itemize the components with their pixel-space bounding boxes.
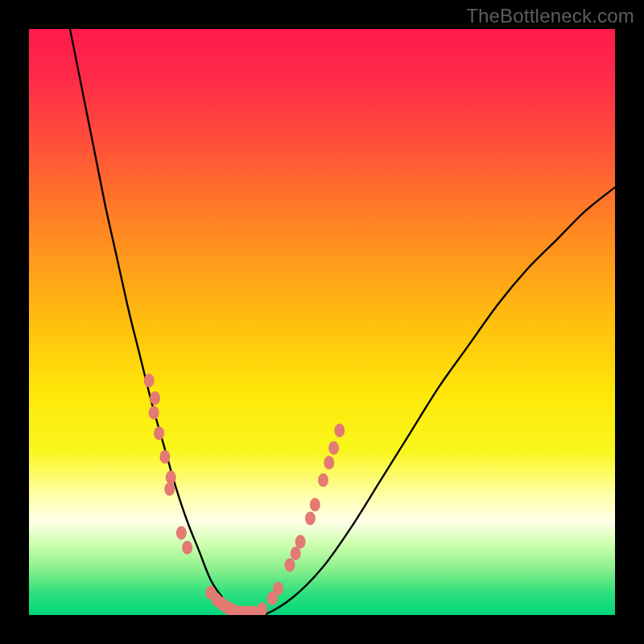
marker-dot <box>285 559 295 572</box>
marker-dot <box>164 482 175 496</box>
marker-dot <box>334 423 345 437</box>
marker-dot <box>159 450 170 464</box>
marker-dot <box>257 602 267 615</box>
marker-dot <box>144 374 155 387</box>
marker-dot <box>166 470 176 484</box>
bottleneck-curve <box>70 29 615 615</box>
marker-dot <box>328 441 339 455</box>
marker-dot <box>154 427 164 440</box>
marker-dot <box>318 473 328 487</box>
marker-dot <box>310 498 320 512</box>
marker-dot <box>182 541 192 555</box>
watermark-text: TheBottleneck.com <box>466 5 634 27</box>
marker-dot <box>150 391 160 405</box>
data-markers <box>144 374 345 615</box>
marker-dot <box>295 535 306 549</box>
marker-dot <box>305 511 316 525</box>
plot-area <box>29 29 615 615</box>
marker-dot <box>149 406 159 419</box>
marker-dot <box>324 456 334 469</box>
marker-dot <box>273 582 283 596</box>
chart-svg <box>29 29 615 615</box>
chart-frame: TheBottleneck.com <box>0 0 644 644</box>
marker-dot <box>176 526 187 540</box>
marker-dot <box>291 547 301 560</box>
